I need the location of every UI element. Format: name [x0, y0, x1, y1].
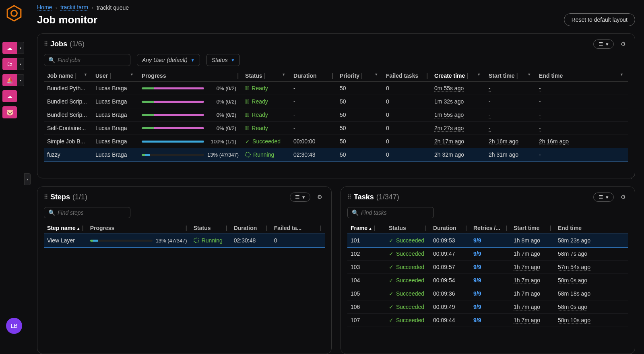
- chevron-right-icon: ›: [55, 4, 57, 11]
- gear-icon: ⚙: [621, 194, 626, 200]
- sidebar-cloud-dropdown[interactable]: ▾: [17, 42, 24, 54]
- steps-title: Steps: [50, 193, 70, 201]
- chevron-down-icon: ▾: [606, 41, 609, 47]
- sidebar-folders-icon[interactable]: 🗂: [2, 58, 17, 70]
- breadcrumb-current: trackit queue: [97, 4, 129, 11]
- sidebar-ship-icon[interactable]: ⛵: [2, 74, 17, 86]
- breadcrumb-home[interactable]: Home: [37, 4, 52, 11]
- user-filter-dropdown[interactable]: Any User (default) ▼: [137, 54, 200, 66]
- chevron-down-icon: ▾: [302, 194, 305, 200]
- sidebar: ☁ ▾ 🗂 ▾ ⛵ ▾ ☁ 🐷 › LB: [0, 0, 28, 354]
- table-row[interactable]: 103✓ Succeeded00:09:579/91h 7m ago57m 54…: [347, 261, 628, 274]
- sidebar-cloud2-icon[interactable]: ☁: [2, 90, 17, 102]
- page-title: Job monitor: [37, 14, 97, 26]
- table-row[interactable]: Self-Containe...Lucas Braga0% (0/2)✓⃝ Re…: [44, 122, 628, 135]
- jobs-table: Job name▼| User▼| Progress| Status▼| Dur…: [44, 70, 628, 161]
- search-icon: 🔍: [48, 209, 55, 216]
- gear-icon: ⚙: [317, 194, 322, 200]
- breadcrumb: Home › trackit farm › trackit queue: [37, 4, 635, 11]
- chevron-down-icon: ▾: [606, 194, 609, 200]
- svg-point-1: [11, 10, 17, 17]
- tasks-count: (1/347): [376, 193, 399, 201]
- reset-layout-button[interactable]: Reset to default layout: [564, 13, 635, 26]
- sidebar-folders-dropdown[interactable]: ▾: [17, 58, 24, 70]
- jobs-panel: ⠿ Jobs (1/6) ☰ ▾ ⚙ 🔍 Any User (default): [37, 33, 635, 178]
- drag-handle-icon[interactable]: ⠿: [44, 194, 48, 200]
- table-row[interactable]: View Layer13% (47/347) Running02:30:480: [44, 234, 325, 247]
- gear-icon: ⚙: [621, 41, 626, 47]
- svg-marker-0: [7, 6, 21, 21]
- app-logo: [6, 5, 23, 22]
- steps-view-menu[interactable]: ☰▾: [290, 193, 310, 202]
- tasks-title: Tasks: [354, 193, 374, 201]
- list-icon: ☰: [599, 41, 603, 47]
- sidebar-cloud-icon[interactable]: ☁: [2, 42, 17, 54]
- table-row[interactable]: Bundled Scrip...Lucas Braga0% (0/2)✓⃝ Re…: [44, 108, 628, 122]
- tasks-view-menu[interactable]: ☰▾: [593, 193, 614, 202]
- chevron-right-icon: ›: [91, 4, 93, 11]
- list-icon: ☰: [599, 194, 603, 200]
- chevron-down-icon: ▼: [231, 58, 235, 62]
- jobs-title: Jobs: [50, 40, 67, 48]
- jobs-search-field[interactable]: [58, 57, 126, 63]
- jobs-view-menu[interactable]: ☰ ▾: [593, 39, 614, 49]
- table-row[interactable]: 102✓ Succeeded00:09:479/91h 7m ago58m 7s…: [347, 247, 628, 261]
- table-row[interactable]: Bundled Scrip...Lucas Braga0% (0/2)✓⃝ Re…: [44, 95, 628, 108]
- tasks-table: Frame▲| Status| Duration| Retries /...| …: [347, 222, 628, 327]
- steps-settings-button[interactable]: ⚙: [314, 192, 325, 202]
- table-row[interactable]: 101✓ Succeeded00:09:539/91h 8m ago58m 23…: [347, 234, 628, 247]
- tasks-settings-button[interactable]: ⚙: [618, 192, 628, 202]
- breadcrumb-farm[interactable]: trackit farm: [60, 4, 88, 11]
- jobs-settings-button[interactable]: ⚙: [618, 39, 628, 49]
- steps-panel: ⠿ Steps (1/1) ☰▾ ⚙ 🔍 Step name▲|: [37, 186, 332, 354]
- tasks-panel: ⠿ Tasks (1/347) ☰▾ ⚙ 🔍 Frame▲|: [341, 186, 635, 354]
- table-row[interactable]: fuzzyLucas Braga13% (47/347) Running02:3…: [44, 148, 628, 161]
- table-row[interactable]: 107✓ Succeeded00:09:449/91h 7m ago58m 10…: [347, 314, 628, 327]
- jobs-search-input[interactable]: 🔍: [44, 54, 130, 66]
- table-row[interactable]: Bundled Pyth...Lucas Braga0% (0/2)✓⃝ Rea…: [44, 82, 628, 95]
- steps-search-input[interactable]: 🔍: [44, 207, 130, 218]
- sidebar-ship-dropdown[interactable]: ▾: [17, 74, 24, 86]
- search-icon: 🔍: [48, 57, 55, 63]
- jobs-count: (1/6): [70, 40, 85, 48]
- steps-search-field[interactable]: [58, 209, 126, 216]
- sidebar-save-icon[interactable]: 🐷: [2, 106, 17, 118]
- list-icon: ☰: [295, 194, 300, 200]
- sidebar-expand-handle[interactable]: ›: [24, 173, 31, 185]
- drag-handle-icon[interactable]: ⠿: [347, 194, 351, 200]
- chevron-down-icon: ▼: [191, 58, 195, 62]
- search-icon: 🔍: [352, 209, 359, 216]
- tasks-search-field[interactable]: [361, 209, 429, 216]
- steps-count: (1/1): [72, 193, 87, 201]
- tasks-search-input[interactable]: 🔍: [347, 207, 434, 218]
- table-row[interactable]: 105✓ Succeeded00:09:369/91h 7m ago58m 18…: [347, 287, 628, 300]
- table-row[interactable]: 104✓ Succeeded00:09:549/91h 7m ago58m 0s…: [347, 274, 628, 287]
- status-filter-dropdown[interactable]: Status ▼: [206, 54, 240, 66]
- table-row[interactable]: Simple Job B...Lucas Braga100% (1/1)✓ Su…: [44, 135, 628, 148]
- steps-table: Step name▲| Progress| Status| Duration| …: [44, 222, 325, 247]
- drag-handle-icon[interactable]: ⠿: [44, 41, 48, 47]
- table-row[interactable]: 106✓ Succeeded00:09:499/91h 7m ago58m 0s…: [347, 300, 628, 314]
- avatar[interactable]: LB: [6, 318, 22, 334]
- resize-handle-icon[interactable]: ⋰: [631, 174, 636, 180]
